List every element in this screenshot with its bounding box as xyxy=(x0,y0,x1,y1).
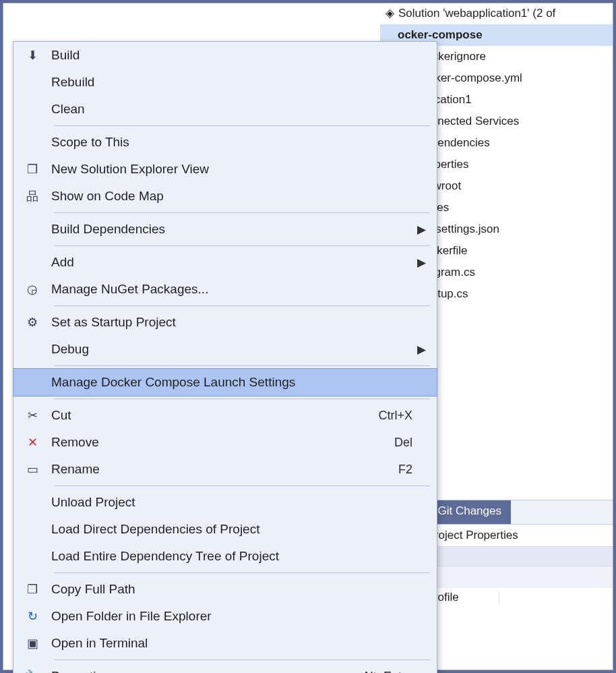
menu-item[interactable]: ▭RenameF2 xyxy=(13,456,437,483)
open-folder-icon: ↻ xyxy=(13,609,51,624)
menu-item-label: Load Direct Dependencies of Project xyxy=(51,522,412,537)
menu-item-label: Rebuild xyxy=(51,75,412,90)
menu-item-label: Rename xyxy=(51,462,398,477)
menu-separator xyxy=(54,365,430,366)
menu-item-shortcut: Alt+Enter xyxy=(362,670,412,674)
menu-item-label: Copy Full Path xyxy=(51,582,412,597)
menu-separator xyxy=(54,486,430,486)
menu-item[interactable]: Unload Project xyxy=(13,489,437,516)
solution-title-row: ◈ Solution 'webapplication1' (2 of xyxy=(380,3,613,23)
nuget-icon: ◶ xyxy=(13,282,51,297)
menu-item-label: Clean xyxy=(51,102,412,117)
menu-item-label: Open in Terminal xyxy=(51,636,412,651)
menu-item[interactable]: ⬇Build xyxy=(13,42,437,69)
menu-separator xyxy=(54,399,430,399)
menu-item-label: Set as Startup Project xyxy=(51,315,412,330)
cut-icon: ✂ xyxy=(13,408,51,423)
rename-icon: ▭ xyxy=(13,462,51,477)
menu-item[interactable]: Scope to This xyxy=(13,129,437,156)
properties-row-value[interactable] xyxy=(499,591,606,604)
menu-item-shortcut: Del xyxy=(394,436,412,450)
menu-item-label: Open Folder in File Explorer xyxy=(51,609,412,624)
menu-item[interactable]: Build Dependencies▶ xyxy=(13,216,437,243)
menu-separator xyxy=(54,660,430,660)
submenu-arrow-icon: ▶ xyxy=(412,223,426,237)
menu-item-label: Scope to This xyxy=(51,135,412,150)
menu-item-label: Unload Project xyxy=(51,495,412,510)
menu-item[interactable]: ◶Manage NuGet Packages... xyxy=(13,276,437,303)
menu-item[interactable]: ✂CutCtrl+X xyxy=(13,402,437,429)
menu-item-label: Cut xyxy=(51,408,378,423)
menu-item-label: Manage NuGet Packages... xyxy=(51,282,412,297)
menu-separator xyxy=(54,212,430,213)
menu-separator xyxy=(54,573,430,573)
menu-item[interactable]: Add▶ xyxy=(13,249,437,276)
copy-icon: ❐ xyxy=(13,582,51,597)
context-menu: ⬇BuildRebuildCleanScope to This❐New Solu… xyxy=(13,41,437,673)
build-icon: ⬇ xyxy=(13,48,51,63)
code-map-icon: 品 xyxy=(13,188,51,204)
menu-item[interactable]: 品Show on Code Map xyxy=(13,183,437,210)
solution-title: Solution 'webapplication1' (2 of xyxy=(398,7,555,20)
menu-item[interactable]: Load Direct Dependencies of Project xyxy=(13,516,437,543)
menu-item-label: Add xyxy=(51,255,412,270)
submenu-arrow-icon: ▶ xyxy=(412,343,426,357)
menu-item[interactable]: ❐Copy Full Path xyxy=(13,576,437,603)
menu-item-label: Load Entire Dependency Tree of Project xyxy=(51,549,412,564)
menu-item-shortcut: Ctrl+X xyxy=(378,409,412,423)
menu-item-label: Properties xyxy=(51,669,362,673)
menu-item[interactable]: 🔧PropertiesAlt+Enter xyxy=(13,663,437,673)
gear-icon: ⚙ xyxy=(13,315,51,330)
vs-icon: ◈ xyxy=(386,6,394,20)
menu-separator xyxy=(54,305,430,306)
menu-separator xyxy=(54,245,430,246)
menu-item-label: Manage Docker Compose Launch Settings xyxy=(51,375,412,390)
menu-separator xyxy=(54,125,430,126)
menu-item[interactable]: Manage Docker Compose Launch Settings xyxy=(13,369,437,396)
menu-item-label: Build xyxy=(51,48,412,63)
submenu-arrow-icon: ▶ xyxy=(412,256,426,270)
remove-icon: ✕ xyxy=(13,435,51,450)
menu-item[interactable]: ↻Open Folder in File Explorer xyxy=(13,603,437,630)
menu-item[interactable]: Clean xyxy=(13,96,437,123)
menu-item[interactable]: Rebuild xyxy=(13,69,437,96)
menu-item-label: Remove xyxy=(51,435,394,450)
menu-item-label: Build Dependencies xyxy=(51,222,412,237)
menu-item-label: Show on Code Map xyxy=(51,189,412,204)
menu-item-label: New Solution Explorer View xyxy=(51,162,412,177)
menu-item[interactable]: ✕RemoveDel xyxy=(13,429,437,456)
menu-item[interactable]: ⚙Set as Startup Project xyxy=(13,309,437,336)
menu-item[interactable]: Load Entire Dependency Tree of Project xyxy=(13,543,437,570)
tab-git-changes[interactable]: Git Changes xyxy=(428,500,511,524)
menu-item-label: Debug xyxy=(51,342,412,357)
tree-item-label: ocker-compose xyxy=(398,28,483,42)
menu-item[interactable]: ▣Open in Terminal xyxy=(13,630,437,657)
menu-item[interactable]: Debug▶ xyxy=(13,336,437,363)
terminal-icon: ▣ xyxy=(13,636,51,651)
menu-item-shortcut: F2 xyxy=(398,463,412,477)
menu-item[interactable]: ❐New Solution Explorer View xyxy=(13,156,437,183)
wrench-icon: 🔧 xyxy=(13,669,51,673)
new-view-icon: ❐ xyxy=(13,162,51,177)
